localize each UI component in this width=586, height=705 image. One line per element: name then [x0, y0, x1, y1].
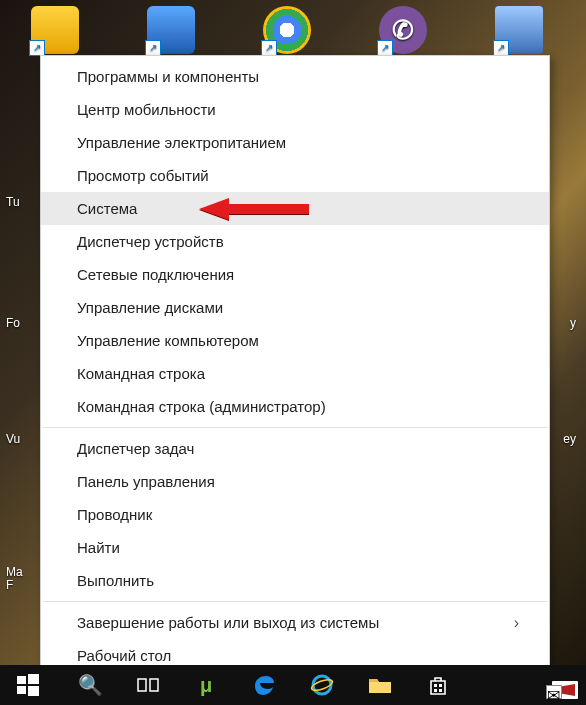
svg-point-7 — [313, 676, 331, 694]
menu-item-label: Центр мобильности — [77, 101, 216, 118]
menu-item-label: Командная строка — [77, 365, 205, 382]
mail-notification-icon[interactable]: ✉ — [546, 685, 562, 699]
menu-item-event-viewer[interactable]: Просмотр событий — [41, 159, 549, 192]
svg-rect-6 — [150, 679, 158, 691]
shortcut-arrow-icon: ↗ — [29, 40, 45, 56]
chevron-right-icon: › — [514, 614, 519, 632]
menu-item-task-manager[interactable]: Диспетчер задач — [41, 432, 549, 465]
menu-item-label: Завершение работы или выход из системы — [77, 614, 379, 631]
menu-item-label: Выполнить — [77, 572, 154, 589]
viber-icon: ✆↗ — [379, 6, 427, 54]
menu-item-label: Найти — [77, 539, 120, 556]
shortcut-arrow-icon: ↗ — [377, 40, 393, 56]
menu-item-label: Система — [77, 200, 137, 217]
svg-rect-12 — [439, 689, 442, 692]
menu-item-label: Управление дисками — [77, 299, 223, 316]
menu-item-power-options[interactable]: Управление электропитанием — [41, 126, 549, 159]
taskbar-store[interactable] — [418, 669, 458, 701]
svg-rect-1 — [17, 676, 26, 684]
taskbar-app[interactable]: μ — [186, 669, 226, 701]
edge-icon — [252, 673, 276, 697]
menu-item-shutdown-or-signout[interactable]: Завершение работы или выход из системы › — [41, 606, 549, 639]
menu-item-disk-management[interactable]: Управление дисками — [41, 291, 549, 324]
menu-item-label: Командная строка (администратор) — [77, 398, 326, 415]
folder-icon — [368, 675, 392, 695]
menu-item-programs-and-features[interactable]: Программы и компоненты — [41, 60, 549, 93]
search-icon: 🔍 — [78, 673, 103, 697]
svg-rect-11 — [434, 689, 437, 692]
menu-item-label: Панель управления — [77, 473, 215, 490]
menu-item-label: Управление компьютером — [77, 332, 259, 349]
taskbar: 🔍 μ — [0, 665, 586, 705]
taskbar-edge[interactable] — [244, 669, 284, 701]
taskbar-taskview-button[interactable] — [128, 669, 168, 701]
taskbar-ie[interactable] — [302, 669, 342, 701]
svg-rect-3 — [17, 686, 26, 694]
windows-logo-icon — [17, 674, 39, 696]
menu-item-system[interactable]: Система — [41, 192, 549, 225]
menu-item-mobility-center[interactable]: Центр мобильности — [41, 93, 549, 126]
menu-item-label: Просмотр событий — [77, 167, 209, 184]
menu-item-computer-management[interactable]: Управление компьютером — [41, 324, 549, 357]
annotation-arrow-icon — [199, 196, 309, 222]
menu-item-label: Диспетчер задач — [77, 440, 194, 457]
taskbar-search-button[interactable]: 🔍 — [70, 669, 110, 701]
truncated-label: F — [6, 578, 13, 592]
svg-marker-0 — [199, 198, 309, 220]
scanner-icon: ↗ — [495, 6, 543, 54]
ie-icon — [310, 673, 334, 697]
task-view-icon — [137, 676, 159, 694]
menu-item-label: Сетевые подключения — [77, 266, 234, 283]
svg-rect-4 — [28, 686, 39, 696]
truncated-label: Fo — [6, 316, 20, 330]
utorrent-icon: μ — [200, 674, 212, 697]
desktop-background: ↗ V ↗ ↗ ✆↗ ↗ ot Tu Fo Vu Ma F y ey Прогр… — [0, 0, 586, 705]
menu-item-command-prompt-admin[interactable]: Командная строка (администратор) — [41, 390, 549, 423]
menu-item-command-prompt[interactable]: Командная строка — [41, 357, 549, 390]
truncated-label: Vu — [6, 432, 20, 446]
store-icon — [427, 674, 449, 696]
menu-item-label: Программы и компоненты — [77, 68, 259, 85]
chrome-icon: ↗ — [263, 6, 311, 54]
menu-item-label: Управление электропитанием — [77, 134, 286, 151]
menu-separator — [43, 601, 547, 602]
start-button[interactable] — [4, 669, 52, 701]
wizard-icon: ↗ — [147, 6, 195, 54]
svg-rect-5 — [138, 679, 146, 691]
menu-item-label: Диспетчер устройств — [77, 233, 224, 250]
menu-item-run[interactable]: Выполнить — [41, 564, 549, 597]
menu-item-network-connections[interactable]: Сетевые подключения — [41, 258, 549, 291]
vmware-icon: ↗ — [31, 6, 79, 54]
menu-item-file-explorer[interactable]: Проводник — [41, 498, 549, 531]
shortcut-arrow-icon: ↗ — [261, 40, 277, 56]
winx-context-menu: Программы и компоненты Центр мобильности… — [40, 55, 550, 677]
svg-rect-9 — [434, 684, 437, 687]
phone-icon: ✆ — [392, 15, 414, 46]
svg-rect-2 — [28, 674, 39, 684]
taskbar-explorer[interactable] — [360, 669, 400, 701]
system-tray[interactable]: ✉ — [552, 681, 578, 699]
menu-item-control-panel[interactable]: Панель управления — [41, 465, 549, 498]
svg-rect-10 — [439, 684, 442, 687]
shortcut-arrow-icon: ↗ — [145, 40, 161, 56]
truncated-label: Tu — [6, 195, 20, 209]
menu-item-device-manager[interactable]: Диспетчер устройств — [41, 225, 549, 258]
menu-separator — [43, 427, 547, 428]
menu-item-label: Рабочий стол — [77, 647, 171, 664]
menu-item-label: Проводник — [77, 506, 152, 523]
truncated-label: ey — [563, 432, 576, 446]
shortcut-arrow-icon: ↗ — [493, 40, 509, 56]
menu-item-search[interactable]: Найти — [41, 531, 549, 564]
truncated-label: y — [570, 316, 576, 330]
truncated-label: Ma — [6, 565, 23, 579]
